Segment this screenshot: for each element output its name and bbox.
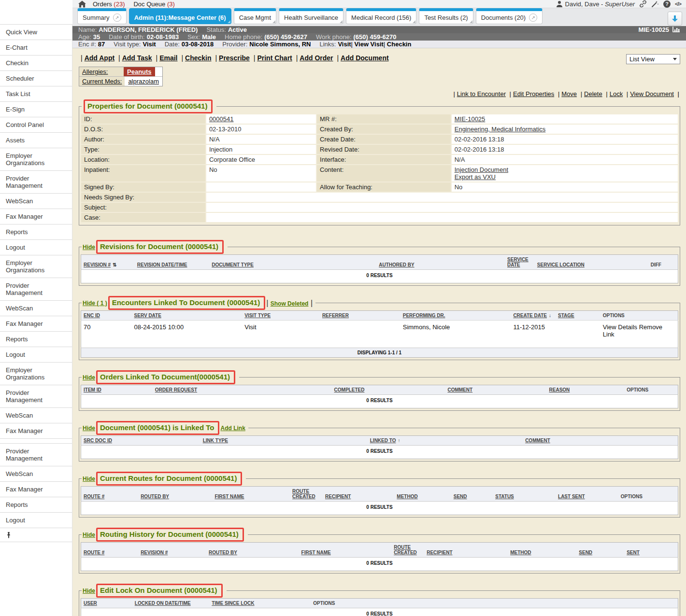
doc-queue-link[interactable]: Doc Queue (3) xyxy=(133,0,174,8)
col-reason[interactable]: REASON xyxy=(547,385,625,395)
col-completed[interactable]: COMPLETED xyxy=(332,385,445,395)
col-visit-type[interactable]: VISIT TYPE xyxy=(242,311,320,321)
col-time-since-lock[interactable]: TIME SINCE LOCK xyxy=(209,599,311,608)
sidebar-item-employer-organizations[interactable]: Employer Organizations xyxy=(0,148,72,170)
col-method[interactable]: METHOD xyxy=(508,543,576,558)
col-comment[interactable]: COMMENT xyxy=(445,385,546,395)
sidebar-item-checkin[interactable]: Checkin xyxy=(0,55,72,70)
sidebar-item[interactable]: Reports xyxy=(0,331,72,347)
encounter-link-checkin[interactable]: Checkin xyxy=(384,41,412,48)
user-menu[interactable]: David, Dave - SuperUser xyxy=(556,0,635,8)
sidebar-pin-toggle[interactable] xyxy=(0,528,72,542)
col-stage[interactable]: STAGE xyxy=(556,311,600,321)
col-method[interactable]: METHOD xyxy=(394,487,451,502)
sidebar-item[interactable]: WebScan xyxy=(0,407,72,423)
delete-action[interactable]: Delete xyxy=(579,90,602,98)
col-revision-number[interactable]: REVISION # xyxy=(138,543,206,558)
col-comment[interactable]: COMMENT xyxy=(523,436,678,446)
sidebar-item[interactable]: Fax Manager xyxy=(0,423,72,438)
col-item-id[interactable]: ITEM ID xyxy=(81,385,153,395)
view-details-link[interactable]: View Details xyxy=(603,323,637,331)
hide-encounters-link[interactable]: Hide ( 1 ) xyxy=(83,300,107,307)
sidebar-item-e-sign[interactable]: E-Sign xyxy=(0,101,72,117)
col-linked-to[interactable]: LINKED TO↑ xyxy=(368,436,523,446)
sidebar-item[interactable]: Provider Management xyxy=(0,278,72,300)
link-icon[interactable] xyxy=(639,0,647,8)
hide-orders-link[interactable]: Hide xyxy=(83,374,95,381)
sidebar-item[interactable]: Logout xyxy=(0,347,72,362)
col-first-name[interactable]: FIRST NAME xyxy=(212,487,290,502)
orders-link[interactable]: Orders (23) xyxy=(93,0,125,8)
sidebar-item-reports[interactable]: Reports xyxy=(0,224,72,239)
email-link[interactable]: Email xyxy=(154,54,178,62)
checkin-link[interactable]: Checkin xyxy=(179,54,211,62)
created-by-link[interactable]: Engineering, Medical Informatics xyxy=(455,126,546,133)
encounter-link-visit[interactable]: Visit xyxy=(338,41,351,48)
col-document-type[interactable]: DOCUMENT TYPE xyxy=(209,255,376,270)
sidebar-item-e-chart[interactable]: E-Chart xyxy=(0,40,72,55)
hide-linked-link[interactable]: Hide xyxy=(83,425,95,432)
document-id-link[interactable]: 0000541 xyxy=(209,115,234,123)
content-export-vxu-link[interactable]: Export as VXU xyxy=(455,173,675,181)
link-to-encounter-action[interactable]: Link to Encounter xyxy=(451,90,506,98)
sidebar-item-quick-view[interactable]: Quick View xyxy=(0,24,72,40)
add-appt-link[interactable]: Add Appt xyxy=(79,54,114,62)
col-sent[interactable]: SENT xyxy=(624,543,678,558)
hide-revisions-link[interactable]: Hide xyxy=(83,244,95,251)
col-enc-id[interactable]: ENC ID xyxy=(81,311,132,321)
med-value-alprazolam[interactable]: alprazolam xyxy=(128,78,159,85)
col-route-number[interactable]: ROUTE # xyxy=(81,487,139,502)
sidebar-item[interactable]: Provider Management xyxy=(0,385,72,407)
tab-health-surveillance[interactable]: Health Surveillance xyxy=(279,8,343,24)
col-route-number[interactable]: ROUTE # xyxy=(81,543,139,558)
popout-icon[interactable]: ↗ xyxy=(113,14,121,22)
sort-up-icon[interactable]: ↑ xyxy=(398,438,400,443)
allergy-value-peanuts[interactable]: Peanuts xyxy=(127,68,152,75)
col-order-request[interactable]: ORDER REQUEST xyxy=(153,385,332,395)
sidebar-item-task-list[interactable]: Task List xyxy=(0,86,72,101)
tab-test-results[interactable]: Test Results (2) xyxy=(419,8,473,24)
col-routed-by[interactable]: ROUTED BY xyxy=(138,487,212,502)
chart-icon[interactable] xyxy=(672,26,680,33)
col-locked-on[interactable]: LOCKED ON DATE/TIME xyxy=(132,599,209,608)
view-mode-select[interactable]: List View xyxy=(626,54,680,64)
col-revision-datetime[interactable]: REVISION DATE/TIME xyxy=(135,255,210,270)
add-document-link[interactable]: Add Document xyxy=(335,54,388,62)
collapse-header-button[interactable] xyxy=(668,12,682,26)
col-user[interactable]: USER xyxy=(81,599,132,608)
col-routed-by[interactable]: ROUTED BY xyxy=(206,543,299,558)
col-performing-dr[interactable]: PERFORMING DR. xyxy=(400,311,511,321)
sidebar-item-provider-management[interactable]: Provider Management xyxy=(0,170,72,193)
sort-both-icon[interactable]: ⇅ xyxy=(113,262,116,267)
print-chart-link[interactable]: Print Chart xyxy=(252,54,292,62)
sidebar-item[interactable]: Employer Organizations xyxy=(0,362,72,385)
sidebar-item-webscan[interactable]: WebScan xyxy=(0,193,72,209)
sidebar-item-scheduler[interactable]: Scheduler xyxy=(0,70,72,86)
col-authored-by[interactable]: AUTHORED BY xyxy=(376,255,505,270)
sidebar-item[interactable]: Provider Management xyxy=(0,443,72,466)
content-injection-document-link[interactable]: Injection Document xyxy=(455,166,675,173)
mr-number-link[interactable]: MIE-10025 xyxy=(455,115,486,123)
tab-documents[interactable]: Documents (20) ↗ xyxy=(476,8,543,24)
col-first-name[interactable]: FIRST NAME xyxy=(299,543,392,558)
col-route-created[interactable]: ROUTE CREATED xyxy=(391,543,424,558)
wand-icon[interactable] xyxy=(651,0,659,8)
popout-icon[interactable]: ↗ xyxy=(529,14,537,22)
allergies-label-link[interactable]: Allergies: xyxy=(82,68,108,75)
col-recipient[interactable]: RECIPIENT xyxy=(424,543,508,558)
code-icon[interactable]: </> xyxy=(675,1,681,7)
col-referrer[interactable]: REFERRER xyxy=(320,311,400,321)
home-icon[interactable] xyxy=(78,0,86,8)
sidebar-item[interactable]: Fax Manager xyxy=(0,316,72,331)
col-last-sent[interactable]: LAST SENT xyxy=(556,487,618,502)
encounter-link-view-visit[interactable]: View Visit xyxy=(351,41,384,48)
col-revision-number[interactable]: REVISION #⇅ xyxy=(81,255,135,270)
col-recipient[interactable]: RECIPIENT xyxy=(323,487,394,502)
sidebar-item[interactable]: WebScan xyxy=(0,300,72,316)
sidebar-item-control-panel[interactable]: Control Panel xyxy=(0,117,72,132)
tab-case-mgmt[interactable]: Case Mgmt xyxy=(234,8,276,24)
hide-routes-link[interactable]: Hide xyxy=(83,476,95,482)
sidebar-item[interactable] xyxy=(0,438,72,443)
add-order-link[interactable]: Add Order xyxy=(294,54,333,62)
sidebar-item[interactable]: Logout xyxy=(0,512,72,528)
